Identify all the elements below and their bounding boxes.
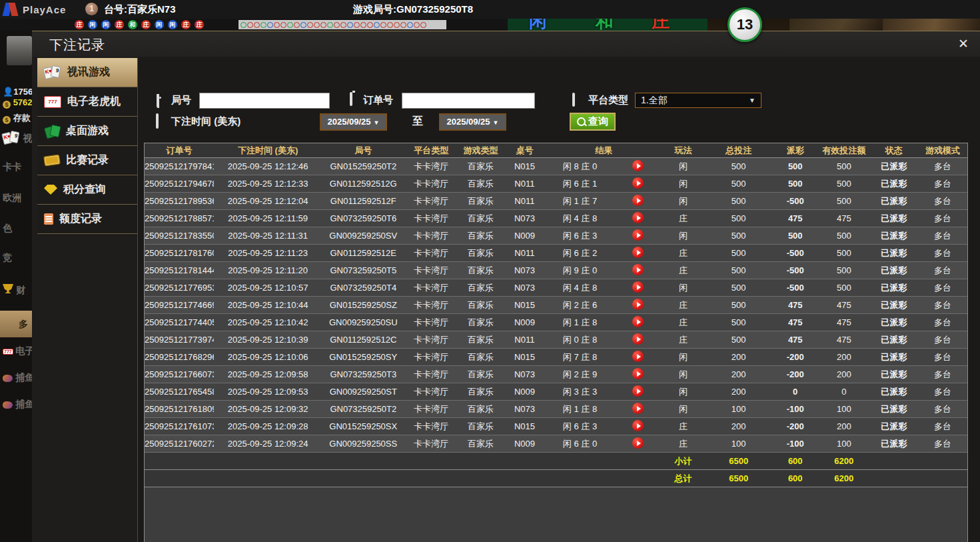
table-row: 2509251217895362025-09-25 12:12:04GN0112…: [145, 193, 967, 210]
cell-payout: -200: [773, 418, 818, 435]
date-from-select[interactable]: 2025/09/25▼: [320, 113, 387, 131]
grand-total-row: 总计 6500 600 6200: [145, 470, 967, 487]
cell-time: 2025-09-25 12:09:32: [214, 401, 322, 418]
nav-label: 比赛记录: [66, 153, 109, 167]
search-button[interactable]: 查询: [570, 113, 616, 131]
cell-bet-type: 庄: [662, 297, 705, 314]
cell-round: GN015259250SY: [322, 349, 404, 366]
bg-fishing-item-1[interactable]: 捕鱼: [3, 372, 32, 384]
play-icon[interactable]: [632, 385, 644, 397]
cell-time: 2025-09-25 12:09:28: [214, 418, 322, 435]
play-icon[interactable]: [632, 437, 644, 449]
bg-multi-item[interactable]: 多: [0, 311, 32, 337]
bg-jing-item[interactable]: 竞: [3, 252, 12, 264]
play-icon[interactable]: [632, 212, 644, 223]
cards-icon: K♥9: [44, 65, 61, 80]
playace-logo: PlayAce: [4, 1, 66, 17]
search-icon: [577, 117, 586, 126]
cell-bet-type: 庄: [662, 418, 705, 435]
close-icon[interactable]: ✕: [956, 37, 971, 51]
cell-bet-type: 闲: [662, 158, 705, 175]
nav-item-video-games[interactable]: K♥9 视讯游戏: [37, 58, 137, 87]
nav-item-slots[interactable]: 777 电子老虎机: [37, 87, 137, 116]
play-icon[interactable]: [632, 299, 644, 310]
cell-payout: 475: [773, 210, 818, 227]
cell-order: 250925121773974: [145, 331, 214, 349]
bg-europe-item[interactable]: 欧洲: [3, 192, 21, 204]
table-row: 2509251217744052025-09-25 12:10:42GN0092…: [145, 314, 967, 331]
bg-rank-item[interactable]: 财: [3, 284, 25, 297]
cell-result: 闲 8 庄 0: [546, 158, 614, 175]
cell-time: 2025-09-25 12:09:24: [214, 435, 322, 453]
round-input[interactable]: [199, 93, 330, 109]
bg-slots-item[interactable]: 777 电子: [3, 345, 32, 357]
nav-item-table-games[interactable]: 桌面游戏: [37, 117, 137, 145]
cell-result: 闲 7 庄 8: [546, 349, 614, 366]
grand-total-valid-bet: 6200: [818, 470, 870, 487]
cell-platform: 卡卡湾厅: [404, 158, 458, 175]
cell-result: 闲 6 庄 0: [546, 435, 614, 453]
table-row: 2509251217618092025-09-25 12:09:32GN0732…: [145, 401, 967, 418]
cell-valid-bet: 100: [818, 435, 870, 453]
play-icon[interactable]: [632, 160, 644, 171]
cell-game: 百家乐: [458, 297, 503, 314]
col-total-bet: 总投注: [705, 143, 773, 158]
play-icon[interactable]: [632, 177, 644, 189]
play-icon[interactable]: [632, 281, 644, 293]
game-round-label: 游戏局号:GN073259250T8: [353, 3, 473, 16]
nav-label: 桌面游戏: [66, 124, 109, 138]
play-icon[interactable]: [632, 333, 644, 345]
cell-round: GN0112592512E: [322, 245, 404, 262]
cell-valid-bet: 200: [818, 366, 870, 383]
cell-play: [614, 193, 662, 210]
cell-result: 闲 1 庄 7: [546, 193, 614, 210]
play-icon[interactable]: [632, 264, 644, 275]
bg-se-item[interactable]: 色: [3, 223, 12, 235]
play-icon[interactable]: [632, 247, 644, 258]
order-input[interactable]: [402, 93, 535, 109]
bead-dot: [354, 22, 360, 28]
nav-item-match-records[interactable]: 比赛记录: [37, 146, 137, 175]
cell-payout: 500: [773, 227, 818, 245]
cell-mode: 多台: [918, 331, 967, 349]
cell-play: [614, 245, 662, 262]
nav-item-credit-records[interactable]: 额度记录: [37, 205, 137, 233]
deposit-button[interactable]: $ 存款: [3, 112, 31, 124]
grand-total-label: 总计: [662, 470, 705, 487]
play-icon[interactable]: [632, 316, 644, 327]
bg-fishing-item-2[interactable]: 捕鱼: [3, 399, 32, 411]
road-dot: 闲: [88, 20, 97, 29]
col-order: 订单号: [145, 143, 214, 158]
play-icon[interactable]: [632, 368, 644, 379]
cell-order: 250925121783550: [145, 227, 214, 245]
cell-mode: 多台: [918, 262, 967, 279]
cell-mode: 多台: [918, 158, 967, 175]
nav-item-points-query[interactable]: 积分查询: [37, 175, 137, 204]
bg-video-games-item[interactable]: K♥9 视讯: [3, 131, 32, 145]
play-icon[interactable]: [632, 403, 644, 414]
cell-status: 已派彩: [870, 279, 918, 297]
cell-status: 已派彩: [870, 366, 918, 383]
cell-game: 百家乐: [458, 175, 503, 193]
cell-total-bet: 500: [705, 227, 773, 245]
cell-table: N011: [503, 193, 546, 210]
cell-total-bet: 200: [705, 383, 773, 401]
cell-status: 已派彩: [870, 401, 918, 418]
play-icon[interactable]: [632, 229, 644, 241]
play-icon[interactable]: [632, 351, 644, 362]
platform-select[interactable]: 1.全部 ▼: [635, 93, 761, 108]
cell-valid-bet: 500: [818, 262, 870, 279]
document-icon: [44, 213, 53, 225]
cell-game: 百家乐: [458, 331, 503, 349]
play-icon[interactable]: [632, 420, 644, 431]
subtotal-valid-bet: 6200: [818, 453, 870, 470]
bg-kaka-item[interactable]: 卡卡: [3, 161, 21, 173]
cell-bet-type: 庄: [662, 331, 705, 349]
cell-mode: 多台: [918, 401, 967, 418]
play-icon[interactable]: [632, 195, 644, 206]
cell-round: GN009259250ST: [322, 383, 404, 401]
cell-payout: 475: [773, 297, 818, 314]
cell-game: 百家乐: [458, 158, 503, 175]
date-to-select[interactable]: 2025/09/25▼: [439, 113, 506, 131]
road-dot: 闲: [101, 20, 111, 29]
